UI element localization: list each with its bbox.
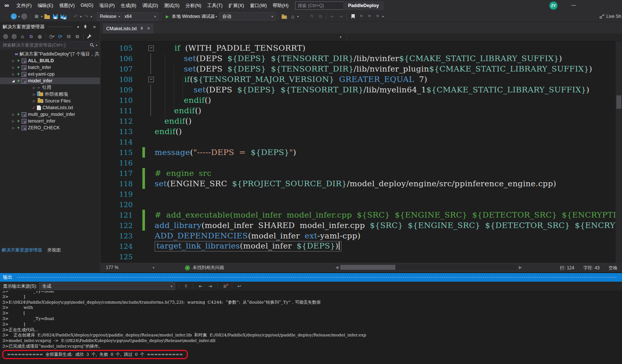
code-line-119[interactable]: 119 bbox=[101, 189, 616, 199]
tree-item-multi_gpu_model_infer[interactable]: ▷+multi_gpu_model_infer bbox=[0, 111, 100, 118]
se-preview-icon[interactable]: ◍ bbox=[36, 34, 43, 39]
output-panel-header[interactable]: 输出 bbox=[0, 273, 622, 282]
code-line-121[interactable]: 121# add_executable(model_infer model_in… bbox=[101, 210, 616, 220]
copy-lines-icon[interactable]: ⧉ bbox=[316, 12, 324, 20]
collapsed-arrow-icon[interactable]: ▷ bbox=[32, 99, 36, 103]
code-line-120[interactable]: 120 bbox=[101, 199, 616, 210]
menu-item-v[interactable]: 视图(V) bbox=[56, 1, 78, 10]
open-folder-icon[interactable] bbox=[43, 12, 51, 20]
code-line-110[interactable]: 110 endif() bbox=[101, 95, 616, 105]
se-pending-changes-filter-icon[interactable]: ◷▾ bbox=[48, 34, 55, 39]
fold-marker[interactable] bbox=[148, 43, 154, 53]
pin-message-icon[interactable] bbox=[182, 282, 190, 290]
menu-item-f[interactable]: 文件(F) bbox=[13, 1, 35, 10]
editor-vertical-scrollbar[interactable] bbox=[616, 41, 622, 263]
output-text-area[interactable]: 3> _Ty=float3> ]3>E:\0824\PaddleX\deploy… bbox=[0, 291, 622, 364]
menu-item-s[interactable]: 测试(S) bbox=[161, 1, 183, 10]
menu-item-e[interactable]: 编辑(E) bbox=[35, 1, 56, 10]
nav-scope-dropdown-icon[interactable]: ▾ bbox=[340, 35, 341, 39]
menu-item-h[interactable]: 帮助(H) bbox=[270, 1, 291, 10]
menu-item-w[interactable]: 窗口(W) bbox=[247, 1, 270, 10]
navigate-back-button[interactable]: ← bbox=[10, 12, 18, 20]
toolbar-grip[interactable]: ⋮⋮ bbox=[2, 15, 9, 19]
code-line-113[interactable]: 113endif() bbox=[101, 126, 616, 137]
code-line-112[interactable]: 112 endif() bbox=[101, 116, 616, 126]
menu-item-b[interactable]: 生成(B) bbox=[118, 1, 139, 10]
configuration-combo[interactable]: Release▾ bbox=[97, 12, 121, 20]
cursor-select-icon[interactable]: ⇱ bbox=[308, 12, 316, 20]
redo-dropdown-icon[interactable]: ▾ bbox=[91, 15, 92, 18]
scroll-left-icon[interactable]: ◀ bbox=[335, 265, 339, 269]
code-line-109[interactable]: 109 set(DEPS ${DEPS} ${TENSORRT_DIR}/lib… bbox=[101, 85, 616, 95]
code-line-117[interactable]: 117# engine src bbox=[101, 168, 616, 178]
account-avatar[interactable]: ZY bbox=[549, 1, 558, 10]
new-file-dropdown-icon[interactable]: ▾ bbox=[41, 15, 42, 18]
tree-item-CMakeLists.txt[interactable]: ✓CMakeLists.txt bbox=[0, 104, 100, 111]
menu-item-t[interactable]: 工具(T) bbox=[204, 1, 225, 10]
document-health-indicator[interactable]: ✓ 未找到相关问题 bbox=[185, 265, 224, 271]
tree-item-model_infer[interactable]: ◢+model_infer bbox=[0, 77, 100, 84]
tree-item-ALL_BUILD[interactable]: ▷+ALL_BUILD bbox=[0, 57, 100, 64]
spaces-indicator[interactable]: 空格 bbox=[609, 265, 618, 271]
se-search-dropdown-icon[interactable]: ▾ bbox=[96, 44, 97, 47]
menu-item-p[interactable]: 项目(P) bbox=[96, 1, 118, 10]
toolbar-overflow-icon[interactable]: ▾ bbox=[382, 15, 383, 18]
menu-item-gitg[interactable]: Git(G) bbox=[78, 1, 96, 10]
se-refresh-icon[interactable]: ⟳ bbox=[57, 34, 64, 39]
previous-message-icon[interactable]: ⇤ bbox=[197, 282, 204, 290]
redo-icon[interactable]: ↷ bbox=[82, 12, 90, 20]
next-bookmark-icon[interactable]: ⚑ bbox=[366, 12, 373, 20]
fold-marker[interactable] bbox=[148, 74, 154, 85]
decrease-indent-icon[interactable]: ⇤ bbox=[329, 12, 336, 20]
start-debug-play-icon[interactable]: ▶ bbox=[164, 12, 171, 20]
navigate-forward-button[interactable]: → bbox=[20, 12, 28, 20]
start-debug-button[interactable]: 本地 Windows 调试器 bbox=[172, 13, 215, 20]
platform-combo[interactable]: x64▾ bbox=[121, 12, 159, 20]
tree-item-PaddleDeploy77[interactable]: ∞解决方案"PaddleDeploy"(7 个项目，共 7 个) bbox=[0, 51, 100, 57]
scroll-right-icon[interactable]: ▶ bbox=[518, 265, 522, 269]
menu-item-n[interactable]: 分析(N) bbox=[183, 1, 204, 10]
code-line-108[interactable]: 108 if(${TENSORRT_MAJOR_VERSION} GREATER… bbox=[101, 74, 616, 85]
collapsed-arrow-icon[interactable]: ▷ bbox=[11, 113, 15, 116]
new-file-icon[interactable]: ⊞ bbox=[33, 12, 40, 20]
code-line-118[interactable]: 118set(ENGINE_SRC ${PROJECT_SOURCE_DIR}/… bbox=[101, 178, 616, 189]
next-message-icon[interactable]: ⇥ bbox=[206, 282, 214, 290]
toggle-bookmark-icon[interactable] bbox=[349, 12, 357, 20]
fold-marker[interactable] bbox=[148, 95, 154, 105]
undo-dropdown-icon[interactable]: ▾ bbox=[80, 15, 82, 18]
horizontal-scrollbar[interactable]: ◀ ▶ bbox=[335, 265, 522, 270]
column-indicator[interactable]: 字符: 43 bbox=[583, 265, 600, 271]
code-line-105[interactable]: 105 if (WITH_PADDLE_TENSORRT) bbox=[101, 43, 616, 53]
collapsed-arrow-icon[interactable]: ▷ bbox=[32, 86, 36, 89]
clear-bookmarks-icon[interactable]: ⚑ bbox=[374, 12, 381, 20]
fold-marker[interactable] bbox=[148, 85, 154, 95]
zoom-combo[interactable]: 177 %▾ bbox=[104, 264, 157, 271]
window-position-dropdown-icon[interactable]: ▾ bbox=[75, 25, 81, 29]
se-forward-button[interactable]: → bbox=[10, 34, 18, 39]
tree-item-ext-yaml-cpp[interactable]: ▷+ext-yaml-cpp bbox=[0, 71, 100, 77]
code-line-125[interactable]: 125 bbox=[101, 251, 616, 262]
code-line-114[interactable]: 114 bbox=[101, 137, 616, 147]
increase-indent-icon[interactable]: ⇥ bbox=[337, 12, 344, 20]
tab-pin-icon[interactable] bbox=[140, 27, 143, 31]
tab-cmakelists[interactable]: CMakeLists.txt ✕ bbox=[103, 23, 154, 34]
vertical-scrollbar-thumb[interactable] bbox=[616, 95, 621, 109]
toolbar-grip-2[interactable]: ⋮⋮ bbox=[300, 15, 307, 19]
tree-item-[interactable]: ▷▪▪引用 bbox=[0, 84, 100, 91]
expanded-arrow-icon[interactable]: ◢ bbox=[11, 79, 15, 83]
save-all-icon[interactable] bbox=[60, 12, 67, 20]
code-line-106[interactable]: 106 set(DEPS ${DEPS} ${TENSORRT_DIR}/lib… bbox=[101, 53, 616, 64]
word-wrap-icon[interactable]: ↩ bbox=[236, 282, 243, 290]
live-share-button[interactable]: Live Sh bbox=[599, 14, 622, 19]
solution-explorer-search-box[interactable]: 搜索解决方案资源管理器(Ctrl+;) ▾ bbox=[0, 41, 100, 49]
collapsed-arrow-icon[interactable]: ▷ bbox=[11, 120, 15, 123]
clear-all-icon[interactable]: ≣ bbox=[221, 282, 228, 290]
minimize-button[interactable]: — bbox=[566, 0, 581, 10]
home-window-icon[interactable]: ⌂ bbox=[289, 12, 296, 20]
start-debug-dropdown-icon[interactable]: ▾ bbox=[215, 15, 217, 18]
code-editor[interactable]: 105 if (WITH_PADDLE_TENSORRT)106 set(DEP… bbox=[101, 41, 616, 263]
collapsed-arrow-icon[interactable]: ▷ bbox=[11, 59, 15, 63]
menu-item-d[interactable]: 调试(D) bbox=[139, 1, 161, 10]
navigate-back-dropdown-icon[interactable]: ▾ bbox=[18, 15, 20, 18]
tree-item-[interactable]: ▷外部依赖项 bbox=[0, 91, 100, 98]
